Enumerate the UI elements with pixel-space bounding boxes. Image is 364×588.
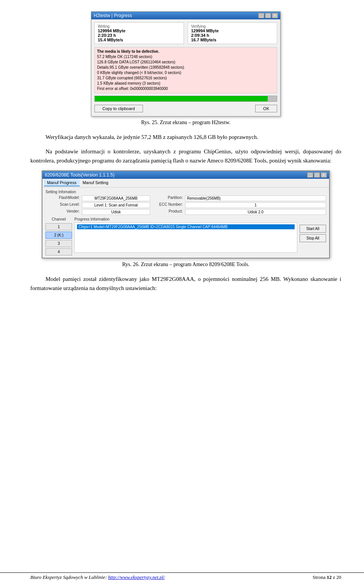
setting-section-title: Setting Infomation — [46, 190, 326, 194]
ameco-progress-content: Chips=1 Model=MT29F2G08AAA_256MB ID=2CDA… — [74, 222, 297, 253]
h2testw-window: H2testw | Progress _ □ ✕ Writing 129994 … — [91, 11, 281, 117]
ameco-minimize-btn[interactable]: _ — [307, 172, 313, 178]
paragraph-3: Model pamięci został zidentyfikowany jak… — [30, 274, 341, 293]
partition-value: Removable(256MB) — [185, 195, 326, 201]
scan-level-value: Level 1: Scan and Format — [82, 202, 150, 208]
footer-page-text: Strona — [313, 574, 327, 580]
log-line-4: Details:95.1 GByte overwritten (19958284… — [97, 65, 275, 70]
log-line-6: 31.7 GByte corrupted (66527616 sectors) — [97, 76, 275, 81]
writing-label: Writing — [98, 24, 180, 28]
figure-caption-2: Rys. 26. Zrzut ekranu – program Ameco 82… — [30, 262, 341, 268]
page-footer: Biuro Ekspertyz Sądowych w Lublinie: htt… — [0, 572, 364, 580]
h2testw-stats: Writing 129994 MByte 2:20:23 h 15.4 MByt… — [94, 22, 277, 44]
verifying-size: 129994 MByte — [191, 28, 274, 33]
flash-model-value: MT29F2G08AAA_256MB — [82, 195, 150, 201]
figure-caption-1: Rys. 25. Zrzut ekranu – program H2testw. — [30, 120, 341, 126]
ameco-title: 8209/6208E Tools(Version 1.1.1.5) — [45, 172, 115, 178]
writing-time: 2:20:23 h — [98, 33, 180, 38]
channel-header: Channel — [46, 217, 72, 222]
maximize-btn[interactable]: □ — [265, 13, 271, 18]
h2testw-titlebar: H2testw | Progress _ □ ✕ — [91, 12, 280, 19]
verifying-col: Verifying 129994 MByte 2:09:34 h 16.7 MB… — [188, 22, 277, 44]
h2testw-buttons: Copy to clipboard OK — [94, 104, 277, 113]
progress-bar-inner — [95, 96, 268, 101]
ok-button[interactable]: OK — [255, 105, 277, 112]
footer-link[interactable]: http://www.ekspertyzy.net.pl/ — [108, 574, 165, 580]
channel-btn-2[interactable]: 2 (K:) — [46, 232, 72, 239]
footer-page-sep: z — [332, 574, 336, 580]
progress-bar-outer — [94, 96, 277, 102]
product-value: Udisk 2.0 — [185, 209, 326, 215]
ameco-close-btn[interactable]: ✕ — [321, 172, 327, 178]
ameco-info-grid: FlashModel: MT29F2G08AAA_256MB Partition… — [46, 195, 326, 215]
h2testw-body: Writing 129994 MByte 2:20:23 h 15.4 MByt… — [91, 19, 280, 116]
ameco-menubar: Manuf Progress Manuf Setting — [42, 179, 329, 188]
tab-manuf-setting[interactable]: Manuf Setting — [80, 180, 111, 186]
log-line-2: 57.2 MByte OK (117248 sectors) — [97, 54, 275, 60]
ameco-main-area: Channel 1 2 (K:) 3 4 Progress Informatio… — [46, 217, 326, 255]
verifying-speed: 16.7 MByte/s — [191, 38, 274, 42]
flash-model-label: FlashModel: — [46, 195, 80, 201]
footer-page-current: 12 — [327, 574, 332, 580]
log-line-8: First error at offset: 0x000000000394000… — [97, 86, 275, 91]
ameco-window: 8209/6208E Tools(Version 1.1.1.5) _ □ ✕ … — [42, 170, 330, 259]
product-label: Product: — [152, 209, 183, 215]
minimize-btn[interactable]: _ — [258, 13, 264, 18]
ameco-channels: Channel 1 2 (K:) 3 4 — [46, 217, 72, 255]
channel-btn-3[interactable]: 3 — [46, 240, 72, 247]
verifying-time: 2:09:34 h — [191, 33, 274, 38]
partition-label: Partition: — [152, 195, 183, 201]
footer-right: Strona 12 z 20 — [313, 574, 341, 580]
scan-level-label: Scan Level: — [46, 202, 80, 208]
writing-size: 129994 MByte — [98, 28, 180, 33]
channel-btn-1[interactable]: 1 — [46, 223, 72, 230]
writing-col: Writing 129994 MByte 2:20:23 h 15.4 MByt… — [94, 22, 184, 44]
footer-company-text: Biuro Ekspertyz Sądowych w Lublinie: — [30, 574, 108, 580]
copy-to-clipboard-button[interactable]: Copy to clipboard — [94, 105, 143, 112]
ameco-progress-area: Progress Information Chips=1 Model=MT29F… — [74, 217, 297, 255]
h2testw-log: The media is likely to be defective. 57.… — [94, 47, 277, 93]
ameco-titlebar: 8209/6208E Tools(Version 1.1.1.5) _ □ ✕ — [42, 171, 329, 179]
vender-label: Vender: — [46, 209, 80, 215]
ameco-window-controls: _ □ ✕ — [307, 172, 327, 178]
log-line-3: 126.8 GByte DATA LOST (266110464 sectors… — [97, 60, 275, 65]
progress-header: Progress Information — [74, 217, 297, 221]
ecc-number-label: ECC Number: — [152, 202, 183, 208]
footer-left: Biuro Ekspertyz Sądowych w Lublinie: htt… — [30, 574, 165, 580]
ecc-number-value: 1 — [185, 202, 326, 208]
writing-speed: 15.4 MByte/s — [98, 38, 180, 42]
progress-item: Chips=1 Model=MT29F2G08AAA_256MB ID=2CDA… — [77, 224, 295, 229]
ameco-maximize-btn[interactable]: □ — [314, 172, 320, 178]
start-all-button[interactable]: Start All — [300, 225, 326, 233]
window-controls: _ □ ✕ — [258, 13, 278, 18]
paragraph-1: Weryfikacja danych wykazała, że jedynie … — [30, 132, 341, 142]
log-line-7: 1.5 KByte aliased memory (3 sectors) — [97, 81, 275, 86]
ameco-content: Setting Infomation FlashModel: MT29F2G08… — [42, 188, 329, 258]
tab-manuf-progress[interactable]: Manuf Progress — [44, 180, 80, 186]
ameco-side-buttons: Start All Stop All — [300, 217, 326, 255]
vender-value: Udisk — [82, 209, 150, 215]
close-btn[interactable]: ✕ — [272, 13, 278, 18]
channel-btn-4[interactable]: 4 — [46, 248, 72, 255]
log-line-5: 0 KByte slightly changed (< 8 bit/sector… — [97, 70, 275, 76]
h2testw-title: H2testw | Progress — [94, 13, 132, 18]
log-line-1: The media is likely to be defective. — [97, 49, 275, 54]
verifying-label: Verifying — [191, 24, 274, 28]
footer-page-total: 20 — [336, 574, 341, 580]
stop-all-button[interactable]: Stop All — [300, 234, 326, 242]
paragraph-2: Na podstawie informacji o kontrolerze, u… — [30, 147, 341, 165]
